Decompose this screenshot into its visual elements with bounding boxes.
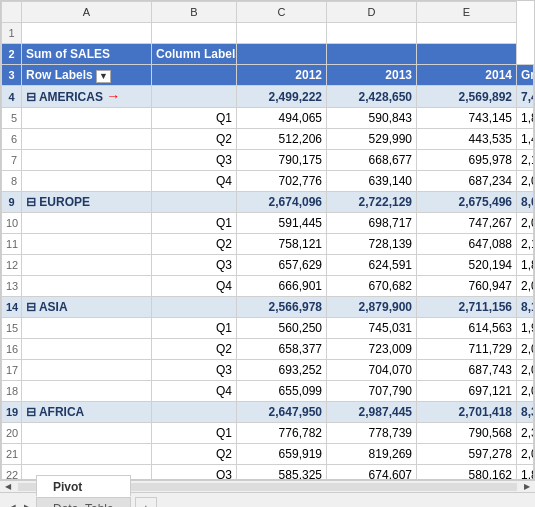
region-name-4[interactable]: ⊟ AMERICAS → <box>22 86 152 108</box>
red-arrow-indicator: → <box>106 88 120 104</box>
year-header-2012: 2012 <box>237 65 327 86</box>
header-empty-1 <box>327 44 417 65</box>
data-val-13-5: 2,098,530 <box>517 276 534 297</box>
empty-row1-3 <box>327 23 417 44</box>
row-num-15: 15 <box>2 318 22 339</box>
data-a-20 <box>22 423 152 444</box>
col-c-header[interactable]: C <box>237 2 327 23</box>
data-val-17-4: 687,743 <box>417 360 517 381</box>
col-e-header[interactable]: E <box>417 2 517 23</box>
year-header-2014: 2014 <box>417 65 517 86</box>
row-num-21: 21 <box>2 444 22 465</box>
region-label: ⊟ AMERICAS <box>26 90 103 104</box>
region-val-4-5: 7,497,764 <box>517 86 534 108</box>
quarter-label-11: Q2 <box>152 234 237 255</box>
col-a-header[interactable]: A <box>22 2 152 23</box>
tabs-bar: ◀ ▶ PivotData_Table + <box>0 492 535 507</box>
header-empty-2 <box>417 44 517 65</box>
subheader-b <box>152 65 237 86</box>
region-val-19-3: 2,987,445 <box>327 402 417 423</box>
row-13: 13Q4666,901670,682760,9472,098,530 <box>2 276 534 297</box>
quarter-label-15: Q1 <box>152 318 237 339</box>
col-b-header[interactable]: B <box>152 2 237 23</box>
row-labels-cell[interactable]: Row Labels ▼ <box>22 65 152 86</box>
data-val-5-5: 1,828,053 <box>517 108 534 129</box>
region-val-14-5: 8,158,034 <box>517 297 534 318</box>
quarter-label-10: Q1 <box>152 213 237 234</box>
row-16: 16Q2658,377723,009711,7292,093,115 <box>2 339 534 360</box>
data-val-7-3: 668,677 <box>327 150 417 171</box>
data-val-15-4: 614,563 <box>417 318 517 339</box>
data-val-17-2: 693,252 <box>237 360 327 381</box>
row-6: 6Q2512,206529,990443,5351,485,731 <box>2 129 534 150</box>
region-val-19-2: 2,647,950 <box>237 402 327 423</box>
quarter-label-17: Q3 <box>152 360 237 381</box>
data-val-18-5: 2,060,010 <box>517 381 534 402</box>
region-name-9[interactable]: ⊟ EUROPE <box>22 192 152 213</box>
data-val-16-2: 658,377 <box>237 339 327 360</box>
region-val-9-5: 8,071,721 <box>517 192 534 213</box>
row-num-14: 14 <box>2 297 22 318</box>
quarter-label-5: Q1 <box>152 108 237 129</box>
data-val-10-4: 747,267 <box>417 213 517 234</box>
add-tab-button[interactable]: + <box>135 497 157 507</box>
row-12: 12Q3657,629624,591520,1941,802,414 <box>2 255 534 276</box>
data-a-18 <box>22 381 152 402</box>
data-val-8-4: 687,234 <box>417 171 517 192</box>
row-num-12: 12 <box>2 255 22 276</box>
data-val-22-2: 585,325 <box>237 465 327 481</box>
tab-scroll-right[interactable]: ▶ <box>20 497 36 507</box>
column-labels-cell[interactable]: Column Labels ▼ <box>152 44 237 65</box>
row-num-13: 13 <box>2 276 22 297</box>
quarter-label-8: Q4 <box>152 171 237 192</box>
data-val-22-4: 580,162 <box>417 465 517 481</box>
data-val-5-3: 590,843 <box>327 108 417 129</box>
data-val-8-5: 2,029,150 <box>517 171 534 192</box>
data-a-11 <box>22 234 152 255</box>
data-val-20-3: 778,739 <box>327 423 417 444</box>
scroll-left[interactable]: ◀ <box>0 481 16 493</box>
region-b-4 <box>152 86 237 108</box>
year-header-2013: 2013 <box>327 65 417 86</box>
region-val-4-3: 2,428,650 <box>327 86 417 108</box>
tab-pivot[interactable]: Pivot <box>36 475 131 497</box>
row-num-2: 2 <box>2 44 22 65</box>
row-num-4: 4 <box>2 86 22 108</box>
row-num-6: 6 <box>2 129 22 150</box>
row-7: 7Q3790,175668,677695,9782,154,830 <box>2 150 534 171</box>
data-a-8 <box>22 171 152 192</box>
region-name-19[interactable]: ⊟ AFRICA <box>22 402 152 423</box>
data-val-20-2: 776,782 <box>237 423 327 444</box>
tab-data_table[interactable]: Data_Table <box>36 497 131 507</box>
row-num-19: 19 <box>2 402 22 423</box>
data-val-16-4: 711,729 <box>417 339 517 360</box>
data-a-13 <box>22 276 152 297</box>
data-val-6-2: 512,206 <box>237 129 327 150</box>
region-b-14 <box>152 297 237 318</box>
empty-row1-4 <box>417 23 517 44</box>
data-val-20-5: 2,346,089 <box>517 423 534 444</box>
data-val-11-2: 758,121 <box>237 234 327 255</box>
header-empty-0 <box>237 44 327 65</box>
data-val-7-5: 2,154,830 <box>517 150 534 171</box>
data-a-17 <box>22 360 152 381</box>
row-3: 3Row Labels ▼201220132014Grand Total <box>2 65 534 86</box>
quarter-label-7: Q3 <box>152 150 237 171</box>
data-val-22-3: 674,607 <box>327 465 417 481</box>
row-15: 15Q1560,250745,031614,5631,919,844 <box>2 318 534 339</box>
region-name-14[interactable]: ⊟ ASIA <box>22 297 152 318</box>
row-10: 10Q1591,445698,717747,2672,037,429 <box>2 213 534 234</box>
data-val-15-3: 745,031 <box>327 318 417 339</box>
row-num-18: 18 <box>2 381 22 402</box>
scroll-right[interactable]: ▶ <box>519 481 535 493</box>
col-d-header[interactable]: D <box>327 2 417 23</box>
region-val-9-3: 2,722,129 <box>327 192 417 213</box>
data-val-16-3: 723,009 <box>327 339 417 360</box>
data-val-16-5: 2,093,115 <box>517 339 534 360</box>
region-val-14-3: 2,879,900 <box>327 297 417 318</box>
data-val-5-2: 494,065 <box>237 108 327 129</box>
row-labels-dropdown[interactable]: ▼ <box>96 70 111 83</box>
corner-cell <box>2 2 22 23</box>
row-num-17: 17 <box>2 360 22 381</box>
tab-scroll-left[interactable]: ◀ <box>4 497 20 507</box>
